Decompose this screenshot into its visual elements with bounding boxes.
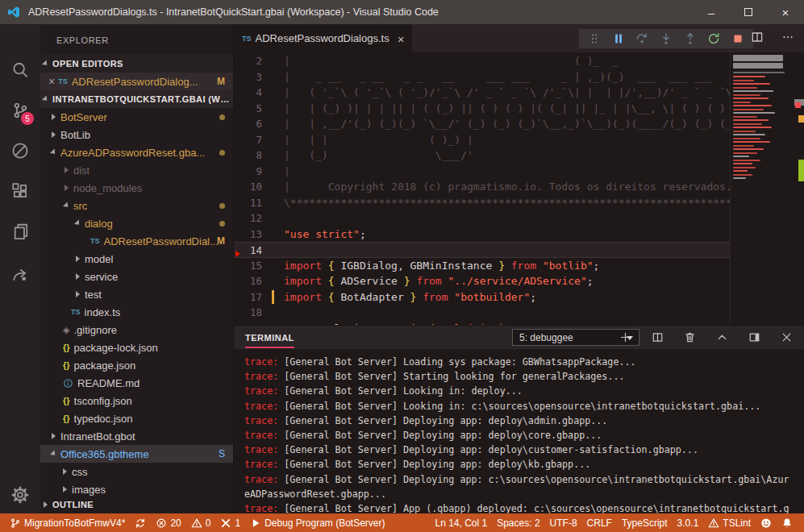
kill-terminal-button[interactable] (680, 329, 699, 347)
tree-item-botserver[interactable]: BotServer (40, 108, 233, 126)
maximize-button[interactable] (730, 0, 767, 24)
tree-item-label: node_modules (73, 182, 142, 194)
tree-item-node-modules[interactable]: node_modules (40, 179, 233, 197)
debug-step-over-button[interactable] (632, 30, 652, 48)
chevron-expanded-icon (50, 148, 57, 156)
statusbar-sync-status[interactable] (130, 513, 151, 532)
minimap[interactable] (730, 52, 794, 325)
tree-item-index-ts[interactable]: TSindex.ts (40, 303, 233, 321)
activity-search[interactable] (0, 52, 40, 88)
statusbar-eol[interactable]: CRLF (582, 513, 617, 532)
tree-item-botlib[interactable]: BotLib (40, 126, 233, 143)
tree-item-adresetpassworddial-[interactable]: TSADResetPasswordDial...M (40, 232, 233, 250)
code-token: } (410, 291, 423, 303)
statusbar-ts-version[interactable]: 3.0.1 (673, 513, 704, 532)
statusbar-notifications[interactable] (777, 513, 798, 532)
code-line-8: 8| (_) \___/' (234, 148, 804, 164)
statusbar-warning-count[interactable]: 0 (186, 513, 216, 532)
split-editor-icon (751, 31, 764, 44)
tree-item-label: test (85, 289, 102, 301)
statusbar-error-count[interactable]: 20 (151, 513, 185, 532)
open-editors-header[interactable]: OPEN EDITORS (40, 55, 233, 73)
terminal-line: trace: [General Bot Server] Starting loo… (244, 369, 804, 384)
tree-item--gitignore[interactable]: ◈.gitignore (40, 321, 233, 339)
tree-item-package-lock-json[interactable]: {}package-lock.json (40, 339, 233, 356)
code-token: "../service/ADService" (448, 275, 587, 287)
close-button[interactable]: × (767, 0, 804, 24)
close-panel-button[interactable] (777, 329, 796, 347)
open-editor-item[interactable]: ×TSADResetPasswordDialog...M (40, 73, 233, 90)
statusbar-feedback[interactable] (756, 513, 777, 532)
activity-settings[interactable] (0, 477, 40, 513)
terminal-text: [General Bot Server] Deploying app: depl… (278, 430, 602, 441)
tree-item-src[interactable]: src (40, 197, 233, 214)
tree-item-service[interactable]: service (40, 268, 233, 285)
statusbar-debug-program[interactable]: Debug Program (BotServer) (245, 513, 390, 532)
tree-item-tsconfig-json[interactable]: {}tsconfig.json (40, 392, 233, 409)
statusbar-language-mode[interactable]: TypeScript (617, 513, 673, 532)
code-token: | ( )_ _ (284, 55, 619, 67)
terminal-line: eADPasswordReset.gbapp... (244, 487, 804, 501)
tree-item-office365-gbtheme[interactable]: Office365.gbthemeS (40, 445, 233, 463)
line-number: 12 (234, 210, 262, 227)
outline-header[interactable]: OUTLINE (40, 496, 233, 513)
code-line-7: 7| | | ( )_) | (234, 132, 804, 148)
tree-item-model[interactable]: model (40, 250, 233, 268)
tree-item-css[interactable]: css (40, 463, 233, 480)
activity-source-control[interactable]: 5 (0, 93, 40, 128)
tab-close-icon[interactable]: × (398, 32, 405, 46)
tab-terminal[interactable]: TERMINAL (245, 327, 294, 348)
overview-ruler[interactable] (794, 52, 804, 325)
split-editor-button[interactable] (748, 28, 767, 46)
statusbar-encoding[interactable]: UTF-8 (545, 513, 582, 532)
line-number: 4 (234, 85, 262, 101)
minimize-button[interactable]: – (693, 0, 730, 24)
tree-item-dist[interactable]: dist (40, 161, 233, 179)
terminal-output[interactable]: trace: [General Bot Server] Loading sys … (234, 349, 804, 514)
new-terminal-button[interactable] (615, 329, 635, 347)
maximize-panel-button[interactable] (712, 329, 731, 347)
step-into-icon (660, 32, 673, 45)
tree-item-label: dist (73, 164, 90, 177)
tree-item-typedoc-json[interactable]: {}typedoc.json (40, 409, 233, 427)
minimap-line (733, 72, 785, 73)
debug-step-into-button[interactable] (656, 30, 676, 48)
ruler-mark-error (795, 102, 801, 108)
statusbar-label: 0 (206, 517, 211, 529)
chevron-expanded-icon (50, 450, 57, 457)
activity-debug-disabled[interactable] (0, 133, 40, 168)
minimap-line (733, 94, 760, 96)
statusbar-label: 3.0.1 (677, 517, 699, 529)
close-editor-icon[interactable]: × (48, 75, 55, 88)
statusbar-tools-count[interactable]: 1 (215, 513, 245, 532)
statusbar-tslint-status[interactable]: TSLint (703, 513, 756, 532)
split-terminal-button[interactable] (648, 329, 667, 347)
workspace-folder-header[interactable]: INTRANETBOTQUICKSTART.GBAI (WO... (40, 90, 233, 108)
code-token: } (498, 260, 511, 272)
tab-label: ADResetPasswordDialogs.ts (256, 32, 390, 44)
statusbar-cursor-position[interactable]: Ln 14, Col 1 (430, 513, 492, 532)
statusbar-git-branch-status[interactable]: MigrationToBotFmwV4* (5, 513, 130, 532)
debug-restart-button[interactable] (704, 30, 723, 48)
activity-extensions[interactable] (0, 173, 40, 209)
tab-adresetpassworddialogs[interactable]: TS ADResetPasswordDialogs.ts × (234, 24, 412, 52)
tree-item-readme-md[interactable]: README.md (40, 374, 233, 392)
debug-step-out-button[interactable] (681, 30, 700, 48)
activity-share[interactable] (0, 256, 40, 292)
debug-pause-button[interactable] (609, 30, 628, 48)
toggle-panel-button[interactable] (744, 329, 764, 347)
statusbar-indentation[interactable]: Spaces: 2 (492, 513, 544, 532)
terminal-text: [General Bot Server] Deploying app: depl… (278, 444, 698, 455)
tree-item-label: README.md (77, 377, 140, 389)
tree-item-dialog[interactable]: dialog (40, 214, 233, 232)
code-editor[interactable]: 2| ( )_ _3| _ __ _ __ _ _ __ ___ ___ _ |… (234, 52, 804, 325)
tree-item-test[interactable]: test (40, 285, 233, 303)
maximize-panel-icon (716, 331, 728, 343)
debug-stop-button[interactable] (728, 30, 748, 48)
activity-files[interactable] (0, 214, 40, 249)
tree-item-package-json[interactable]: {}package.json (40, 356, 233, 374)
more-actions-button[interactable] (778, 28, 798, 46)
chevron-expanded-icon (42, 60, 49, 67)
tree-item-azureadpasswordreset-gba-[interactable]: AzureADPasswordReset.gba... (40, 143, 233, 161)
tree-item-intranetbot-gbot[interactable]: IntranetBot.gbot (40, 427, 233, 445)
